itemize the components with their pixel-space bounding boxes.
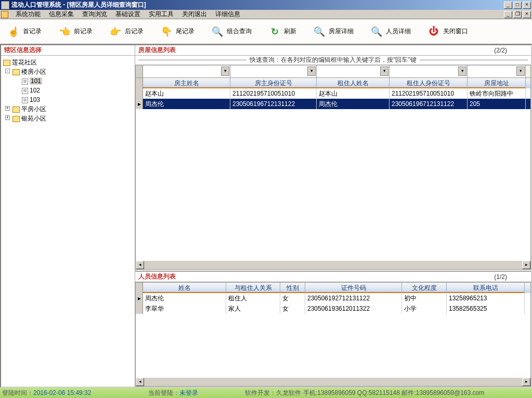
minimize-button[interactable]: _ <box>504 2 512 9</box>
area-tree[interactable]: - 莲花社区 - 楼房小区 101 102 103 +平房小区 <box>1 56 135 387</box>
col-edu[interactable]: 文化程度 <box>402 283 447 293</box>
col-addr[interactable]: 房屋地址 <box>468 78 526 88</box>
col-ownerid[interactable]: 房主身份证号 <box>230 78 317 88</box>
col-sex[interactable]: 性别 <box>280 283 305 293</box>
menu-exit[interactable]: 关闭退出 <box>178 10 211 19</box>
cell-addr: 205 <box>468 99 526 109</box>
last-record-button[interactable]: 👇尾记录 <box>156 23 199 40</box>
cell-addr: 铁岭市向阳路中 <box>468 88 526 99</box>
person-list-label: 人员信息列表 <box>138 272 176 281</box>
row-indicator: ▸ <box>136 99 143 109</box>
dropdown-icon[interactable]: ▾ <box>221 67 229 76</box>
scroll-left-button[interactable]: ◂ <box>136 378 144 386</box>
scroll-right-button[interactable]: ▸ <box>522 261 530 269</box>
menu-tools[interactable]: 实用工具 <box>145 10 178 19</box>
cell-tel: 13258965213 <box>447 293 525 303</box>
scroll-track[interactable] <box>144 378 522 386</box>
filter-addr[interactable]: ▾ <box>468 65 526 77</box>
col-tenantid[interactable]: 租住人身份证号 <box>390 78 468 88</box>
menu-system[interactable]: 系统功能 <box>11 10 45 19</box>
person-detail-button[interactable]: 🔍人员详细 <box>366 23 415 40</box>
combo-query-button[interactable]: 🔍组合查询 <box>207 23 256 40</box>
table-row[interactable]: ▸ 周杰伦 租住人 女 230506192712131122 初中 132589… <box>136 293 530 303</box>
h-scrollbar[interactable]: ◂ ▸ <box>136 378 530 386</box>
next-record-button[interactable]: 👉后记录 <box>105 23 148 40</box>
tree-node[interactable]: 楼房小区 <box>21 68 46 75</box>
cell-sex: 女 <box>280 303 305 314</box>
cell-tenantid: 230506196712131122 <box>390 99 468 109</box>
refresh-icon: ↻ <box>268 25 281 38</box>
row-indicator <box>136 88 143 99</box>
cell-tenantid: 211202195710051010 <box>390 88 468 99</box>
refresh-button[interactable]: ↻刷新 <box>264 23 301 40</box>
cell-tel: 13582565325 <box>447 303 525 314</box>
cell-name: 周杰伦 <box>143 293 226 303</box>
area-select-label: 辖区信息选择 <box>4 46 42 55</box>
scroll-track[interactable] <box>144 261 522 269</box>
status-bar: 登陆时间： 2016-02-06 15:49:32 当前登陆： 未登录 软件开发… <box>0 388 532 398</box>
dropdown-icon[interactable]: ▾ <box>516 67 525 76</box>
menu-collect[interactable]: 信息采集 <box>45 10 78 19</box>
window-title: 流动人口管理系统 - [辖区房屋人员详细查询窗口] <box>11 1 503 9</box>
col-owner[interactable]: 房主姓名 <box>143 78 230 88</box>
mdi-restore-button[interactable]: ❐ <box>513 11 522 18</box>
cell-ownerid: 211202195710051010 <box>230 88 317 99</box>
table-row[interactable]: 赵本山 211202195710051010 赵本山 2112021957100… <box>136 88 530 99</box>
current-login-value: 未登录 <box>179 389 198 397</box>
prev-record-button[interactable]: 👈前记录 <box>54 23 97 40</box>
tree-node[interactable]: 平房小区 <box>21 105 46 113</box>
filter-ownerid[interactable]: ▾ <box>230 65 317 77</box>
house-detail-button[interactable]: 🔍房屋详细 <box>309 23 358 40</box>
house-panel: 房屋信息列表 (2/2) 快速查询：在各列对应的编辑框中输入关键字后，按"回车"… <box>135 45 531 270</box>
menu-query[interactable]: 查询浏览 <box>78 10 111 19</box>
house-counter: (2/2) <box>494 47 507 54</box>
expand-toggle[interactable]: - <box>5 69 10 73</box>
tree-leaf[interactable]: 101 <box>30 77 42 85</box>
house-list-label: 房屋信息列表 <box>138 46 176 55</box>
maximize-button[interactable]: □ <box>513 2 522 9</box>
table-row[interactable]: ▸ 周杰伦 230506196712131122 周杰伦 23050619671… <box>136 99 530 109</box>
scroll-right-button[interactable]: ▸ <box>522 378 530 386</box>
house-grid: ▾ ▾ ▾ ▾ ▾ 房主姓名 房主身份证号 租住人姓名 租住人身份证号 房屋地址 <box>135 65 531 270</box>
col-tenant[interactable]: 租住人姓名 <box>317 78 390 88</box>
person-grid-body[interactable]: ▸ 周杰伦 租住人 女 230506192712131122 初中 132589… <box>136 293 530 378</box>
scroll-left-button[interactable]: ◂ <box>136 261 144 269</box>
col-name[interactable]: 姓名 <box>143 283 226 293</box>
tree-leaf[interactable]: 102 <box>30 87 40 94</box>
expand-toggle[interactable]: + <box>5 106 10 111</box>
close-button[interactable]: × <box>523 2 531 9</box>
dropdown-icon[interactable]: ▾ <box>458 67 466 76</box>
first-record-button[interactable]: ☝首记录 <box>3 23 46 40</box>
mdi-close-button[interactable]: × <box>523 11 531 18</box>
house-grid-body[interactable]: 赵本山 211202195710051010 赵本山 2112021957100… <box>136 88 530 261</box>
left-header: 辖区信息选择 <box>1 45 135 56</box>
table-row[interactable]: 李翠华 家人 女 230506193612011322 小学 135825653… <box>136 303 530 314</box>
dropdown-icon[interactable]: ▾ <box>307 67 316 76</box>
close-window-button[interactable]: ⏻关闭窗口 <box>423 23 472 40</box>
filter-tenantid[interactable]: ▾ <box>390 65 468 77</box>
col-tel[interactable]: 联系电话 <box>447 283 525 293</box>
mdi-minimize-button[interactable]: _ <box>504 11 512 18</box>
col-idno[interactable]: 证件号码 <box>305 283 402 293</box>
file-icon <box>22 97 28 103</box>
h-scrollbar[interactable]: ◂ ▸ <box>136 261 530 269</box>
hand-icon: 👈 <box>58 25 71 38</box>
person-grid-header: 姓名 与租住人关系 性别 证件号码 文化程度 联系电话 <box>136 283 530 293</box>
tree-root[interactable]: 莲花社区 <box>12 59 37 66</box>
last-record-label: 尾记录 <box>176 27 194 36</box>
filter-owner[interactable]: ▾ <box>143 65 230 77</box>
tree-node[interactable]: 银苑小区 <box>21 115 46 122</box>
login-time-label: 登陆时间： <box>2 389 33 397</box>
house-header: 房屋信息列表 (2/2) <box>135 45 531 56</box>
menu-detail[interactable]: 详细信息 <box>211 10 244 19</box>
hand-icon: 👇 <box>160 25 173 38</box>
row-indicator-header <box>136 283 143 293</box>
next-record-label: 后记录 <box>125 27 144 36</box>
menu-settings[interactable]: 基础设置 <box>111 10 145 19</box>
tree-leaf[interactable]: 103 <box>30 96 40 103</box>
expand-toggle[interactable]: + <box>5 115 10 120</box>
filter-tenant[interactable]: ▾ <box>317 65 390 77</box>
col-relation[interactable]: 与租住人关系 <box>226 283 280 293</box>
dropdown-icon[interactable]: ▾ <box>380 67 388 76</box>
folder-icon <box>3 60 10 66</box>
